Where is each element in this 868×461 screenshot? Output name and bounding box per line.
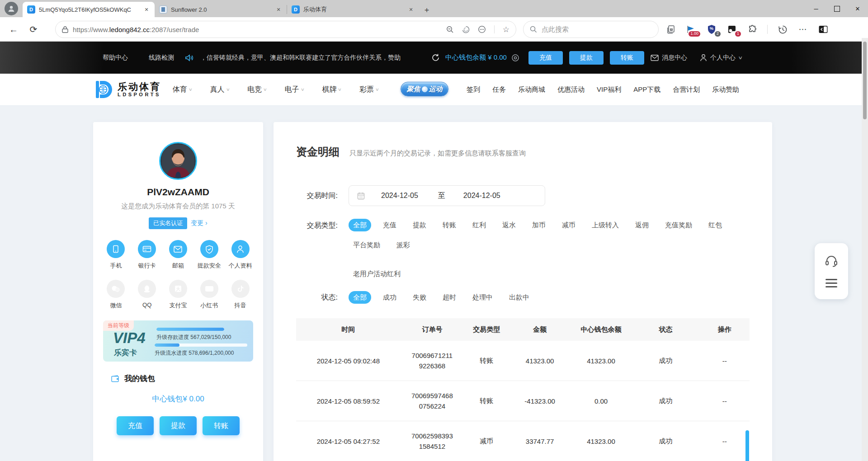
favorite-star-icon[interactable]: ☆: [503, 25, 509, 34]
type-pill[interactable]: 派彩: [392, 239, 415, 251]
nav-link-affiliate[interactable]: 合营计划: [673, 85, 700, 94]
browser-profile-button[interactable]: [5, 2, 18, 15]
nav-link-sponsor[interactable]: 乐动赞助: [712, 85, 739, 94]
type-pill[interactable]: 平台奖励: [349, 239, 385, 251]
tab-current-site[interactable]: D 5LmQ5Yqo5L2T6IKyfOS5kOWKqC ✕: [23, 2, 155, 17]
page-scrollbar-thumb[interactable]: [863, 42, 867, 119]
change-link[interactable]: 变更 ›: [191, 219, 208, 227]
line-check-link[interactable]: 线路检测: [149, 54, 174, 62]
tab-close-icon[interactable]: ✕: [407, 7, 415, 13]
extension-flag-icon[interactable]: 1.00: [686, 24, 697, 35]
settings-more-icon[interactable]: ⋯: [797, 24, 808, 35]
type-pill[interactable]: 返佣: [631, 219, 653, 231]
nav-link-signin[interactable]: 签到: [467, 85, 480, 94]
topbar-transfer-button[interactable]: 转账: [610, 51, 644, 65]
type-pill[interactable]: 充值: [378, 219, 401, 231]
page-enhance-icon[interactable]: [462, 26, 470, 33]
site-logo[interactable]: 乐动体育 LDSPORTS: [93, 79, 161, 100]
nav-menu-live[interactable]: 真人∨: [210, 85, 230, 94]
status-pill-all[interactable]: 全部: [349, 291, 371, 304]
type-pill[interactable]: 老用户活动红利: [349, 268, 405, 280]
nav-menu-esports[interactable]: 电竞∨: [247, 85, 267, 94]
date-to-value[interactable]: 2024-12-05: [463, 192, 500, 200]
personal-center-menu[interactable]: 个人中心 ∨: [700, 54, 742, 62]
type-pill-all[interactable]: 全部: [349, 219, 371, 231]
address-bar[interactable]: https://www.ledong842.cc:2087/user/trade…: [55, 21, 516, 38]
social-item-xiaohongshu[interactable]: 小红书: [193, 280, 225, 310]
window-minimize-button[interactable]: ─: [806, 0, 826, 17]
nav-menu-sports[interactable]: 体育∨: [173, 85, 192, 94]
tab-close-icon[interactable]: ✕: [143, 7, 150, 13]
social-item-qq[interactable]: QQ: [132, 280, 163, 310]
extensions-puzzle-icon[interactable]: [747, 24, 758, 35]
social-item-douyin[interactable]: 抖音: [225, 280, 256, 310]
security-item-profile[interactable]: 个人资料: [225, 240, 256, 270]
back-button[interactable]: ←: [7, 23, 20, 36]
window-close-button[interactable]: ✕: [847, 0, 868, 17]
collections-icon[interactable]: [665, 24, 676, 35]
social-item-alipay[interactable]: 支付宝: [163, 280, 194, 310]
menu-hamburger-icon[interactable]: [826, 279, 837, 287]
chevron-down-icon: ∨: [189, 87, 193, 92]
nav-link-tasks[interactable]: 任务: [492, 85, 506, 94]
type-pill[interactable]: 红利: [468, 219, 491, 231]
tab-ledong[interactable]: D 乐动体育 ✕: [287, 2, 419, 17]
refresh-balance-icon[interactable]: [431, 53, 440, 62]
customer-service-headset-icon[interactable]: [825, 255, 838, 267]
type-pill[interactable]: 转账: [438, 219, 461, 231]
eye-icon[interactable]: [511, 54, 519, 62]
help-center-link[interactable]: 帮助中心: [103, 54, 128, 62]
security-item-withdraw-safety[interactable]: 提款安全: [193, 240, 225, 270]
security-item-email[interactable]: 邮箱: [163, 240, 194, 270]
status-pill[interactable]: 失败: [408, 291, 431, 304]
type-pill[interactable]: 充值奖励: [660, 219, 697, 231]
extension-collections-dark-icon[interactable]: 1: [726, 24, 737, 35]
ld-logo-icon: [93, 79, 114, 100]
announcement-marquee: ，信誉铸就经典，意甲、澳超和韩K联赛建立了官方合作伙伴关系，赞助: [200, 54, 429, 62]
social-item-wechat[interactable]: 微信: [100, 280, 132, 310]
status-pill[interactable]: 成功: [378, 291, 401, 304]
type-pill[interactable]: 加币: [528, 219, 550, 231]
status-pill[interactable]: 出款中: [505, 291, 534, 304]
topbar-withdraw-button[interactable]: 提款: [569, 51, 604, 65]
nav-link-mall[interactable]: 乐动商城: [518, 85, 545, 94]
zoom-out-icon[interactable]: [446, 26, 454, 33]
message-center-link[interactable]: 消息中心: [651, 54, 687, 62]
recharge-button[interactable]: 充值: [117, 416, 154, 435]
new-tab-button[interactable]: ＋: [419, 2, 434, 17]
date-range-picker[interactable]: 2024-12-05 至 2024-12-05: [349, 185, 545, 206]
refresh-button[interactable]: ⟳: [27, 23, 40, 36]
topbar-recharge-button[interactable]: 充值: [528, 51, 563, 65]
extension-shield-icon[interactable]: % 2: [706, 24, 717, 35]
type-pill[interactable]: 减币: [557, 219, 580, 231]
type-pill[interactable]: 红包: [704, 219, 726, 231]
nav-menu-slots[interactable]: 电子∨: [285, 85, 304, 94]
focus-sports-badge[interactable]: 聚焦 运动: [401, 82, 448, 96]
type-pill[interactable]: 提款: [408, 219, 431, 231]
tab-close-icon[interactable]: ✕: [275, 7, 282, 13]
table-scrollbar-thumb[interactable]: [745, 430, 749, 461]
tab-sunflower[interactable]: Sunflower 2.0 ✕: [155, 2, 287, 17]
nav-link-promos[interactable]: 优惠活动: [557, 85, 585, 94]
status-pill[interactable]: 处理中: [468, 291, 497, 304]
avatar[interactable]: [159, 142, 197, 180]
type-pill[interactable]: 返水: [498, 219, 520, 231]
search-box[interactable]: 点此搜索: [523, 21, 659, 38]
social-label: QQ: [142, 301, 151, 308]
date-from-value[interactable]: 2024-12-05: [381, 192, 418, 200]
nav-menu-cards[interactable]: 棋牌∨: [322, 85, 341, 94]
transfer-button[interactable]: 转账: [203, 416, 240, 435]
sidebar-panel-icon[interactable]: [818, 24, 829, 35]
security-item-bankcard[interactable]: 银行卡: [132, 240, 163, 270]
nav-link-app[interactable]: APP下载: [633, 85, 660, 94]
more-page-actions-icon[interactable]: [478, 25, 486, 33]
nav-link-vip[interactable]: VIP福利: [597, 85, 621, 94]
status-pill[interactable]: 超时: [438, 291, 461, 304]
window-maximize-button[interactable]: [826, 0, 847, 17]
type-pill[interactable]: 上级转入: [587, 219, 623, 231]
security-item-phone[interactable]: 手机: [100, 240, 132, 270]
nav-menu-lottery[interactable]: 彩票∨: [359, 85, 379, 94]
withdraw-button[interactable]: 提款: [160, 416, 197, 435]
history-icon[interactable]: [777, 24, 788, 35]
page-scrollbar[interactable]: [862, 38, 868, 461]
